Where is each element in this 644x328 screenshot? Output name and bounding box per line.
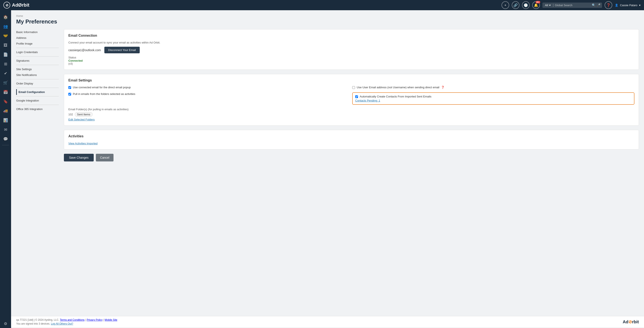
app-logo[interactable]: ⊘ AdØrbit — [4, 2, 30, 9]
email-settings-card: Email Settings Use connected email for t… — [64, 74, 639, 126]
use-user-email-label: Use User Email address (not Username) wh… — [357, 86, 439, 89]
folder-section: Email Folder(s) (for pulling in emails a… — [68, 108, 634, 121]
auto-create-contacts-label: Automatically Create Contacts From Impor… — [360, 95, 432, 98]
use-user-email-checkbox[interactable] — [352, 86, 355, 89]
contacts-pending-link[interactable]: Contacts Pending: 1 — [355, 99, 632, 102]
pull-in-emails-label: Pull in emails from the folders selected… — [73, 92, 135, 96]
sidebar-item-handshake[interactable]: 🤝 — [1, 32, 10, 40]
sidebar-item-image[interactable]: 🖼 — [1, 41, 10, 50]
sidebar-item-order-display[interactable]: Order Display — [16, 81, 59, 86]
auto-create-contacts-checkbox[interactable] — [355, 95, 358, 98]
nav-section-integrations: Google Integration — [16, 98, 59, 103]
email-settings-title: Email Settings — [68, 78, 634, 82]
link-button[interactable]: 🔗 — [512, 1, 520, 9]
user-name: Cassie Pataro — [620, 4, 638, 7]
folder-row: 102 Sent Items — [68, 112, 634, 117]
cancel-button[interactable]: Cancel — [96, 154, 114, 161]
sidebar-item-chart[interactable]: 📊 — [1, 116, 10, 124]
email-row: cassieqa1@outlook.com Disconnect Your Em… — [68, 47, 634, 53]
user-menu[interactable]: 👤 Cassie Pataro ▾ — [615, 4, 640, 7]
search-icon[interactable]: 🔍 — [592, 4, 596, 7]
footer-log-out-link[interactable]: Log All Others Out? — [51, 322, 73, 325]
notifications-button[interactable]: 🔔 99+ — [532, 1, 540, 9]
save-changes-button[interactable]: Save Changes — [64, 154, 94, 161]
email-connection-title: Email Connection — [68, 34, 634, 38]
search-type-dropdown[interactable]: All — [544, 4, 552, 7]
footer-privacy-link[interactable]: Privacy Policy — [87, 318, 103, 321]
content-layout: Basic Information Address Profile Image … — [16, 29, 639, 161]
breadcrumb: Home — [16, 15, 639, 18]
use-connected-email-checkbox[interactable] — [68, 86, 71, 89]
sidebar-item-calendar[interactable]: 📅 — [1, 88, 10, 96]
sidebar-item-cart[interactable]: 🛒 — [1, 78, 10, 87]
nav-section-office: Office 365 Integration — [16, 106, 59, 112]
nav-divider-7 — [16, 105, 59, 105]
status-connected-value: Connected — [68, 59, 634, 62]
footer-left: qa 77221 [1dd] | © 2024 Aysling, LLC. Te… — [16, 318, 117, 325]
sidebar-item-grid[interactable]: ⊞ — [1, 60, 10, 68]
checkbox-row-1: Use connected email for the direct email… — [68, 86, 350, 89]
sidebar-item-support[interactable]: 💬 — [1, 135, 10, 143]
status-row: Status Connected (v3) — [68, 56, 634, 65]
status-label: Status — [68, 56, 634, 59]
sidebar-item-google-integration[interactable]: Google Integration — [16, 98, 59, 103]
microphone-icon[interactable]: 🎤 — [597, 4, 600, 7]
footer-terms-link[interactable]: Terms and Conditions — [60, 318, 84, 321]
sidebar-item-document[interactable]: 📄 — [1, 50, 10, 59]
sidebar-item-settings[interactable]: ⚙ — [1, 319, 10, 327]
nav-divider-4 — [16, 79, 59, 79]
left-navigation: Basic Information Address Profile Image … — [16, 29, 59, 161]
app-name: AdØrbit — [12, 2, 30, 8]
sidebar-item-basic-information[interactable]: Basic Information — [16, 29, 59, 35]
sidebar-item-home[interactable]: 🏠 — [1, 13, 10, 21]
sidebar-item-office365-integration[interactable]: Office 365 Integration — [16, 106, 59, 112]
breadcrumb-home[interactable]: Home — [16, 15, 23, 18]
nav-divider-6 — [16, 96, 59, 96]
sidebar-item-profile-image[interactable]: Profile Image — [16, 41, 59, 47]
sidebar-item-checklist[interactable]: ✔ — [1, 69, 10, 78]
settings-right-col: Use User Email address (not Username) wh… — [352, 86, 634, 105]
sidebar-item-site-settings[interactable]: Site Settings — [16, 66, 59, 72]
search-area: All | 🔍 🎤 — [542, 3, 602, 8]
sidebar-item-site-notifications[interactable]: Site Notifications — [16, 72, 59, 78]
footer-logo-orbit-icon: ⊘ — [628, 319, 632, 324]
footer-bottom: You are signed into 3 devices. Log All O… — [16, 322, 117, 325]
logo-icon: ⊘ — [4, 2, 10, 9]
nav-section-order: Order Display — [16, 81, 59, 86]
disconnect-email-button[interactable]: Disconnect Your Email — [104, 47, 140, 53]
footer-mobile-link[interactable]: Mobile Site — [104, 318, 117, 321]
view-activities-link[interactable]: View Activities Imported — [68, 142, 98, 145]
action-buttons: Save Changes Cancel — [64, 154, 639, 161]
edit-folders-link[interactable]: Edit Selected Folders — [68, 118, 634, 121]
sidebar: 🏠 👥 🤝 🖼 📄 ⊞ ✔ 🛒 📅 🔖 🚚 📊 ✉ 💬 ⚙ — [0, 10, 11, 327]
search-input[interactable] — [555, 4, 590, 7]
sidebar-item-truck[interactable]: 🚚 — [1, 107, 10, 115]
sidebar-item-address[interactable]: Address — [16, 35, 59, 41]
nav-divider-3 — [16, 65, 59, 65]
history-button[interactable]: 🕐 — [522, 1, 530, 9]
page-title: My Preferences — [16, 18, 639, 25]
footer-legal-line: qa 77221 [1dd] | © 2024 Aysling, LLC. Te… — [16, 318, 117, 321]
help-icon[interactable]: ❓ — [441, 86, 444, 89]
sidebar-item-email-configuration[interactable]: Email Configuration — [16, 89, 59, 95]
sidebar-item-login-credentials[interactable]: Login Credentials — [16, 49, 59, 55]
sidebar-item-mail[interactable]: ✉ — [1, 125, 10, 134]
user-menu-chevron-icon: ▾ — [639, 4, 640, 7]
pull-in-emails-checkbox[interactable] — [68, 93, 71, 96]
notification-badge: 99+ — [536, 1, 540, 4]
add-button[interactable]: ＋ — [502, 1, 509, 9]
email-connection-description: Connect your email account to sync your … — [68, 41, 634, 44]
nav-divider-1 — [16, 48, 59, 48]
folder-section-label: Email Folder(s) (for pulling in emails a… — [68, 108, 634, 111]
checkbox-row-4: Automatically Create Contacts From Impor… — [355, 95, 632, 98]
top-navigation: ⊘ AdØrbit ＋ 🔗 🕐 🔔 99+ All | 🔍 🎤 ❓ 👤 Cass… — [0, 0, 644, 10]
help-button[interactable]: ❓ — [604, 1, 612, 9]
nav-section-basic: Basic Information Address Profile Image — [16, 29, 59, 47]
activities-card: Activities View Activities Imported — [64, 130, 639, 149]
sidebar-item-people[interactable]: 👥 — [1, 22, 10, 31]
status-version: (v3) — [68, 62, 634, 65]
main-content: Home My Preferences Basic Information Ad… — [11, 10, 644, 316]
sidebar-item-bookmark[interactable]: 🔖 — [1, 97, 10, 106]
sidebar-item-signatures[interactable]: Signatures — [16, 58, 59, 64]
nav-section-signatures: Signatures — [16, 58, 59, 64]
